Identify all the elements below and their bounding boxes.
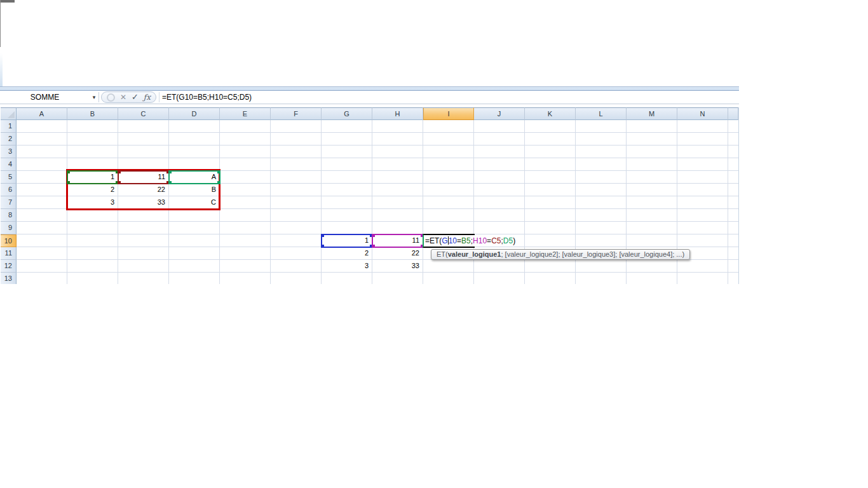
formula-token: =ET( (425, 236, 442, 245)
name-box-separator (98, 92, 99, 102)
row-header-3[interactable]: 3 (1, 146, 17, 158)
window-edge-artifact-left (0, 0, 1, 47)
formula-input[interactable]: =ET(G10=B5;H10=C5;D5) (162, 91, 252, 104)
formula-bar-buttons: ✕ ✓ ƒx (101, 92, 156, 103)
name-box[interactable]: SOMME (1, 91, 89, 104)
column-header-F[interactable]: F (271, 107, 322, 120)
tooltip-text: ET( (437, 250, 448, 258)
column-header-D[interactable]: D (169, 107, 220, 120)
column-header-partial (728, 107, 738, 120)
column-header-A[interactable]: A (17, 107, 67, 120)
row-headers: 12345678910111213 (0, 120, 17, 284)
enter-icon[interactable]: ✓ (132, 92, 139, 102)
name-box-dropdown-icon[interactable]: ▾ (89, 91, 99, 104)
row-header-1[interactable]: 1 (1, 120, 17, 133)
cell-G11[interactable]: 2 (322, 247, 372, 260)
formula-input-separator (159, 92, 159, 102)
row-header-11[interactable]: 11 (1, 247, 17, 260)
row-header-9[interactable]: 9 (1, 222, 17, 234)
column-header-C[interactable]: C (118, 107, 169, 120)
cell-C5[interactable]: 11 (118, 171, 168, 184)
window-edge-artifact-left-blue (0, 53, 3, 86)
cell-H10[interactable]: 11 (372, 234, 423, 247)
row-header-13[interactable]: 13 (1, 273, 17, 284)
cell-C6[interactable]: 22 (118, 184, 168, 196)
row-header-7[interactable]: 7 (1, 196, 17, 209)
cell-G10[interactable]: 1 (322, 234, 372, 247)
row-header-12[interactable]: 12 (1, 260, 17, 273)
column-header-I[interactable]: I (423, 107, 474, 120)
formula-token: C5 (491, 236, 501, 245)
row-header-5[interactable]: 5 (1, 171, 17, 184)
column-header-B[interactable]: B (67, 107, 118, 120)
tooltip-text: valeur_logique1 (448, 250, 501, 258)
column-header-H[interactable]: H (372, 107, 423, 120)
cell-B6[interactable]: 2 (67, 184, 118, 196)
column-header-K[interactable]: K (525, 107, 576, 120)
select-all-triangle-icon (8, 111, 15, 118)
function-tooltip: ET(valeur_logique1; [valeur_logique2]; [… (431, 249, 690, 260)
formula-token: = (457, 236, 461, 245)
cell-D7[interactable]: C (169, 196, 219, 209)
row-header-6[interactable]: 6 (1, 184, 17, 196)
formula-token: B5 (461, 236, 471, 245)
column-header-N[interactable]: N (677, 107, 728, 120)
formula-token: H10 (473, 236, 487, 245)
disabled-circle-icon (107, 93, 115, 102)
formula-token: G (442, 236, 447, 245)
formula-token: 10 (449, 236, 457, 245)
tooltip-text: ; [valeur_logique2]; [valeur_logique3]; … (501, 250, 685, 258)
ribbon-bottom-strip (0, 86, 739, 91)
column-header-M[interactable]: M (627, 107, 677, 120)
row-header-2[interactable]: 2 (1, 133, 17, 146)
edit-cell-formula-text[interactable]: =ET(G10=B5;H10=C5;D5) (424, 235, 515, 247)
cell-D6[interactable]: B (169, 184, 219, 196)
cancel-icon[interactable]: ✕ (120, 92, 126, 102)
sheet-right-edge (738, 107, 739, 284)
cell-G12[interactable]: 3 (322, 260, 372, 273)
row-header-8[interactable]: 8 (1, 209, 17, 222)
column-header-J[interactable]: J (474, 107, 525, 120)
cell-B7[interactable]: 3 (67, 196, 118, 209)
formula-token: ) (513, 236, 515, 245)
window-edge-artifact-top (0, 0, 15, 3)
select-all-button[interactable] (1, 107, 17, 120)
cell-H12[interactable]: 33 (372, 260, 423, 273)
cell-B5[interactable]: 1 (67, 171, 118, 184)
formula-token: D5 (503, 236, 513, 245)
row-header-10[interactable]: 10 (1, 234, 17, 247)
row-header-4[interactable]: 4 (1, 158, 17, 171)
column-header-G[interactable]: G (322, 107, 372, 120)
cell-H11[interactable]: 22 (372, 247, 423, 260)
cell-C7[interactable]: 33 (118, 196, 168, 209)
insert-function-icon[interactable]: ƒx (144, 92, 151, 102)
column-header-E[interactable]: E (220, 107, 271, 120)
formula-bar: SOMME ▾ ✕ ✓ ƒx =ET(G10=B5;H10=C5;D5) (0, 91, 739, 104)
cell-D5[interactable]: A (169, 171, 219, 184)
column-header-L[interactable]: L (576, 107, 627, 120)
